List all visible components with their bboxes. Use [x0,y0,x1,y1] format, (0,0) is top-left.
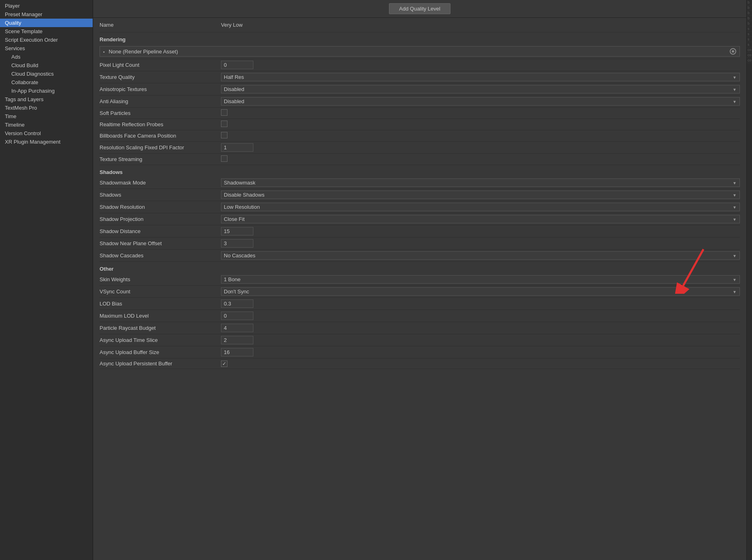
prop-resolution-scaling: Resolution Scaling Fixed DPI Factor [100,142,740,154]
other-section-header: Other [100,262,740,274]
right-strip-item: s [747,32,752,37]
prop-texture-quality: Texture Quality Half Res Full Res Quarte… [100,71,740,83]
particle-raycast-budget-input[interactable] [221,324,253,332]
sidebar-item-tags-and-layers[interactable]: Tags and Layers [0,95,93,104]
anisotropic-textures-label: Anisotropic Textures [100,86,221,92]
async-upload-buffer-size-input[interactable] [221,348,253,356]
anisotropic-textures-select[interactable]: Disabled Per Texture Forced On [221,85,740,93]
header-bar: Add Quality Level [93,0,746,18]
sidebar-item-quality[interactable]: Quality [0,19,93,27]
texture-quality-select[interactable]: Half Res Full Res Quarter Res Eighth Res [221,73,740,81]
async-upload-buffer-size-value [221,348,740,356]
shadow-near-plane-offset-label: Shadow Near Plane Offset [100,240,221,246]
shadow-resolution-label: Shadow Resolution [100,204,221,210]
resolution-scaling-input[interactable] [221,143,253,152]
prop-anisotropic-textures: Anisotropic Textures Disabled Per Textur… [100,83,740,95]
pipeline-dot-button[interactable] [730,48,736,55]
shadow-projection-select[interactable]: Close Fit Stable Fit [221,215,740,223]
prop-anti-aliasing: Anti Aliasing Disabled 2x Multi Sampling… [100,95,740,108]
prop-soft-particles: Soft Particles [100,108,740,119]
billboards-face-camera-checkbox[interactable] [221,132,227,138]
prop-shadowmask-mode: Shadowmask Mode Shadowmask Distance Shad… [100,177,740,189]
async-upload-persistent-buffer-checkbox[interactable] [221,361,227,367]
prop-lod-bias: LOD Bias [100,298,740,310]
sidebar-item-cloud-build[interactable]: Cloud Build [0,61,93,70]
sidebar-item-in-app-purchasing[interactable]: In-App Purchasing [0,87,93,95]
sidebar-item-scene-template[interactable]: Scene Template [0,27,93,36]
soft-particles-label: Soft Particles [100,110,221,116]
shadow-near-plane-offset-value [221,239,740,248]
prop-shadow-resolution: Shadow Resolution Low Resolution Medium … [100,201,740,213]
right-strip-item: b [747,0,752,5]
sidebar-item-ads[interactable]: Ads [0,53,93,61]
prop-realtime-reflection-probes: Realtime Reflection Probes [100,119,740,130]
lod-bias-input[interactable] [221,299,253,308]
texture-streaming-label: Texture Streaming [100,156,221,162]
shadow-near-plane-offset-input[interactable] [221,239,253,248]
async-upload-time-slice-input[interactable] [221,336,253,344]
settings-area: Name Very Low Rendering ▪ None (Render P… [93,18,746,375]
pixel-light-count-input[interactable] [221,61,253,69]
soft-particles-checkbox[interactable] [221,109,227,116]
pixel-light-count-label: Pixel Light Count [100,62,221,68]
prop-texture-streaming: Texture Streaming [100,154,740,165]
prop-vsync-count: VSync Count Don't Sync Every V Blank Eve… [100,286,740,298]
maximum-lod-level-input[interactable] [221,312,253,320]
skin-weights-select-wrapper: 1 Bone 2 Bones 4 Bones Unlimited [221,275,740,284]
texture-streaming-checkbox[interactable] [221,155,227,162]
texture-quality-label: Texture Quality [100,74,221,80]
anti-aliasing-select[interactable]: Disabled 2x Multi Sampling 4x Multi Samp… [221,97,740,106]
right-strip-item: s [747,42,752,47]
shadows-label: Shadows [100,192,221,198]
async-upload-time-slice-value [221,336,740,344]
right-strip-item: b [747,21,752,26]
prop-shadows: Shadows Disable Shadows Hard Shadows Onl… [100,189,740,201]
sidebar-item-preset-manager[interactable]: Preset Manager [0,10,93,19]
prop-billboards-face-camera: Billboards Face Camera Position [100,130,740,142]
right-strip: b b b b b s s s s co co co [746,0,752,560]
shadow-distance-input[interactable] [221,227,253,235]
realtime-reflection-probes-value [221,121,740,128]
shadow-distance-label: Shadow Distance [100,228,221,234]
shadows-select[interactable]: Disable Shadows Hard Shadows Only Hard a… [221,191,740,199]
shadowmask-mode-label: Shadowmask Mode [100,180,221,186]
sidebar-item-services[interactable]: Services [0,44,93,53]
vsync-count-select[interactable]: Don't Sync Every V Blank Every Second V … [221,287,740,296]
lod-bias-value [221,299,740,308]
prop-shadow-cascades: Shadow Cascades No Cascades Two Cascades… [100,250,740,262]
sidebar-item-timeline[interactable]: Timeline [0,121,93,129]
anti-aliasing-select-wrapper: Disabled 2x Multi Sampling 4x Multi Samp… [221,97,740,106]
async-upload-persistent-buffer-label: Async Upload Persistent Buffer [100,361,221,367]
sidebar-item-version-control[interactable]: Version Control [0,129,93,138]
prop-async-upload-time-slice: Async Upload Time Slice [100,334,740,346]
shadow-resolution-select[interactable]: Low Resolution Medium Resolution High Re… [221,203,740,211]
sidebar-item-script-execution-order[interactable]: Script Execution Order [0,36,93,44]
shadows-select-wrapper: Disable Shadows Hard Shadows Only Hard a… [221,191,740,199]
sidebar-item-textmesh-pro[interactable]: TextMesh Pro [0,104,93,112]
sidebar-item-cloud-diagnostics[interactable]: Cloud Diagnostics [0,70,93,78]
pipeline-asset-selector[interactable]: ▪ None (Render Pipeline Asset) [100,46,740,57]
shadowmask-mode-select[interactable]: Shadowmask Distance Shadowmask [221,178,740,187]
sidebar-item-collaborate[interactable]: Collaborate [0,78,93,87]
skin-weights-select[interactable]: 1 Bone 2 Bones 4 Bones Unlimited [221,275,740,284]
prop-skin-weights: Skin Weights 1 Bone 2 Bones 4 Bones Unli… [100,274,740,286]
shadow-cascades-select[interactable]: No Cascades Two Cascades Four Cascades [221,251,740,260]
realtime-reflection-probes-checkbox[interactable] [221,121,227,127]
texture-streaming-value [221,155,740,163]
pipeline-row: ▪ None (Render Pipeline Asset) [100,44,740,59]
prop-maximum-lod-level: Maximum LOD Level [100,310,740,322]
right-strip-item: b [747,5,752,11]
anisotropic-textures-select-wrapper: Disabled Per Texture Forced On [221,85,740,93]
name-label: Name [100,22,221,28]
right-strip-item: co [747,53,752,58]
add-quality-button[interactable]: Add Quality Level [389,3,450,14]
name-row: Name Very Low [100,18,740,32]
sidebar-item-xr-plugin-management[interactable]: XR Plugin Management [0,138,93,146]
maximum-lod-level-value [221,312,740,320]
right-strip-item: b [747,11,752,16]
sidebar-item-time[interactable]: Time [0,112,93,121]
sidebar-item-player[interactable]: Player [0,2,93,10]
prop-shadow-near-plane-offset: Shadow Near Plane Offset [100,238,740,250]
sidebar: Player Preset Manager Quality Scene Temp… [0,0,93,560]
lod-bias-label: LOD Bias [100,301,221,307]
